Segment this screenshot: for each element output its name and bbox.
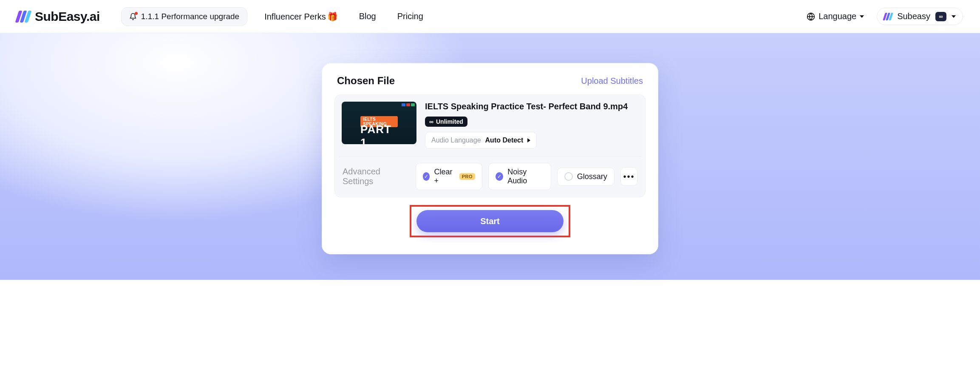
- unlimited-label: Unlimited: [436, 118, 463, 125]
- brand[interactable]: SubEasy.ai: [17, 9, 100, 24]
- advanced-settings-row: Advanced Settings ✓ Clear + PRO ✓ Noisy …: [342, 163, 638, 190]
- thumbnail-flags-icon: [402, 103, 415, 106]
- option-glossary[interactable]: Glossary: [557, 168, 615, 186]
- file-meta: IELTS Speaking Practice Test- Perfect Ba…: [425, 102, 638, 149]
- advanced-settings-label: Advanced Settings: [343, 167, 407, 186]
- upload-subtitles-link[interactable]: Upload Subtitles: [581, 76, 643, 86]
- brand-name: SubEasy.ai: [35, 9, 100, 24]
- audio-language-value: Auto Detect: [485, 137, 524, 144]
- start-area: Start: [334, 205, 646, 237]
- option-glossary-label: Glossary: [577, 172, 607, 181]
- hero-section: Chosen File Upload Subtitles IELTS SPEAK…: [0, 33, 980, 280]
- more-options-button[interactable]: •••: [620, 167, 637, 186]
- update-pill[interactable]: 1.1.1 Performance upgrade: [121, 7, 247, 26]
- language-dropdown[interactable]: Language: [805, 9, 866, 24]
- globe-icon: [807, 12, 815, 21]
- file-panel: IELTS SPEAKING PART 1 IELTS Speaking Pra…: [334, 94, 646, 197]
- card-title: Chosen File: [337, 75, 395, 87]
- gift-icon: 🎁: [327, 11, 338, 22]
- start-highlight-box: Start: [410, 205, 570, 237]
- start-button[interactable]: Start: [416, 210, 564, 232]
- caret-down-icon: [860, 15, 864, 18]
- audio-language-label: Audio Language: [431, 137, 481, 144]
- option-noisy-label: Noisy Audio: [507, 168, 544, 185]
- file-thumbnail[interactable]: IELTS SPEAKING PART 1: [342, 102, 416, 144]
- file-row: IELTS SPEAKING PART 1 IELTS Speaking Pra…: [342, 102, 638, 149]
- mini-logo-icon: [884, 13, 892, 20]
- option-clear-label: Clear +: [434, 168, 455, 185]
- divider: [339, 157, 641, 157]
- checkbox-on-icon: ✓: [423, 172, 430, 181]
- nav-blog[interactable]: Blog: [359, 11, 376, 21]
- unlimited-badge: ∞ Unlimited: [425, 117, 467, 127]
- language-label: Language: [819, 11, 856, 21]
- file-name: IELTS Speaking Practice Test- Perfect Ba…: [425, 102, 638, 111]
- pro-badge: PRO: [459, 173, 475, 180]
- audio-language-select[interactable]: Audio Language Auto Detect: [425, 132, 537, 149]
- triangle-right-icon: [527, 138, 530, 142]
- caret-down-icon: [952, 15, 956, 18]
- notification-dot-icon: [135, 12, 138, 15]
- user-name: Subeasy: [897, 11, 930, 21]
- user-chip[interactable]: Subeasy ∞: [877, 8, 963, 25]
- update-pill-label: 1.1.1 Performance upgrade: [141, 12, 239, 21]
- nav-influencer-label: Influencer Perks: [264, 12, 326, 21]
- thumbnail-big-text: PART 1: [360, 123, 398, 144]
- nav-pricing[interactable]: Pricing: [397, 11, 423, 21]
- option-noisy-audio[interactable]: ✓ Noisy Audio: [488, 163, 551, 190]
- infinity-icon: ∞: [429, 118, 433, 125]
- option-clear-plus[interactable]: ✓ Clear + PRO: [416, 163, 483, 190]
- plan-badge-icon: ∞: [935, 12, 946, 21]
- upload-card: Chosen File Upload Subtitles IELTS SPEAK…: [322, 63, 658, 254]
- card-header: Chosen File Upload Subtitles: [334, 73, 646, 94]
- nav-influencer-perks[interactable]: Influencer Perks🎁: [264, 11, 338, 22]
- bell-icon: [129, 13, 137, 20]
- topbar: SubEasy.ai 1.1.1 Performance upgrade Inf…: [0, 0, 980, 33]
- main-nav: Influencer Perks🎁 Blog Pricing: [264, 11, 423, 22]
- checkbox-on-icon: ✓: [496, 172, 503, 181]
- brand-logo-icon: [17, 11, 30, 23]
- checkbox-off-icon: [564, 172, 573, 181]
